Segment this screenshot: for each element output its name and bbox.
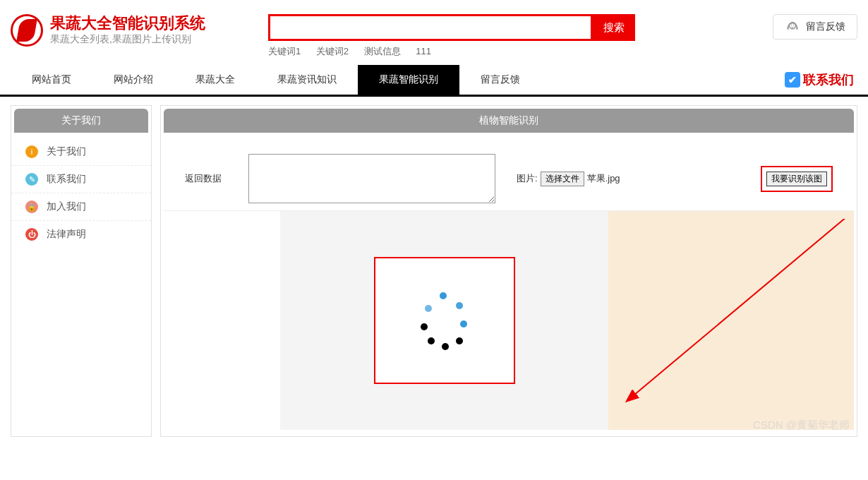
contact-label: 联系我们 bbox=[803, 71, 854, 88]
keyword-link[interactable]: 关键词1 bbox=[268, 46, 301, 56]
recognize-highlight: 我要识别该图 bbox=[761, 166, 833, 192]
sidebar-item-join[interactable]: 🔒 加入我们 bbox=[11, 193, 151, 221]
nav-about[interactable]: 网站介绍 bbox=[92, 65, 174, 95]
contact-us-link[interactable]: ✔ 联系我们 bbox=[785, 65, 857, 95]
nav-feedback[interactable]: 留言反馈 bbox=[459, 65, 541, 95]
content-header: 植物智能识别 bbox=[164, 109, 854, 133]
nav-all[interactable]: 果蔬大全 bbox=[174, 65, 256, 95]
search-block: 搜索 关键词1 关键词2 测试信息 111 bbox=[268, 14, 635, 58]
logo-icon bbox=[11, 14, 43, 47]
sidebar-item-label: 关于我们 bbox=[47, 145, 86, 158]
sidebar-item-label: 联系我们 bbox=[47, 173, 86, 186]
sidebar-item-about[interactable]: i 关于我们 bbox=[11, 138, 151, 166]
header: 果蔬大全智能识别系统 果蔬大全列表,果蔬图片上传识别 搜索 关键词1 关键词2 … bbox=[0, 0, 868, 65]
feedback-block: 留言反馈 bbox=[773, 14, 857, 40]
sidebar-item-legal[interactable]: ⏻ 法律声明 bbox=[11, 221, 151, 248]
return-data-label: 返回数据 bbox=[185, 172, 248, 185]
nav-home[interactable]: 网站首页 bbox=[11, 65, 92, 95]
keyword-link[interactable]: 测试信息 bbox=[364, 46, 401, 56]
sidebar-item-label: 加入我们 bbox=[47, 200, 86, 213]
main-area: 关于我们 i 关于我们 ✎ 联系我们 🔒 加入我们 ⏻ 法律声明 植物智能识别 bbox=[0, 97, 868, 445]
preview-right-panel bbox=[608, 211, 854, 430]
form-row: 返回数据 图片: 选择文件 苹果.jpg 我要识别该图 bbox=[164, 147, 854, 211]
site-title: 果蔬大全智能识别系统 bbox=[50, 14, 205, 32]
search-input[interactable] bbox=[268, 14, 593, 41]
file-name-text: 苹果.jpg bbox=[587, 172, 620, 185]
keyword-link[interactable]: 关键词2 bbox=[316, 46, 349, 56]
watermark-text: CSDN @黄菊华老师 bbox=[753, 419, 850, 432]
recognize-button[interactable]: 我要识别该图 bbox=[766, 172, 827, 186]
logo-block: 果蔬大全智能识别系统 果蔬大全列表,果蔬图片上传识别 bbox=[11, 14, 268, 47]
headset-icon bbox=[785, 19, 800, 35]
preview-area bbox=[164, 211, 854, 430]
info-icon: i bbox=[25, 145, 38, 158]
power-icon: ⏻ bbox=[25, 228, 38, 241]
svg-point-1 bbox=[790, 25, 791, 25]
nav-news[interactable]: 果蔬资讯知识 bbox=[256, 65, 358, 95]
site-subtitle: 果蔬大全列表,果蔬图片上传识别 bbox=[50, 32, 205, 47]
sidebar-item-contact[interactable]: ✎ 联系我们 bbox=[11, 166, 151, 193]
loading-spinner-icon bbox=[416, 292, 473, 349]
feedback-button[interactable]: 留言反馈 bbox=[773, 14, 857, 40]
keyword-row: 关键词1 关键词2 测试信息 111 bbox=[268, 45, 635, 58]
nav-recognize[interactable]: 果蔬智能识别 bbox=[358, 65, 459, 95]
preview-left-panel bbox=[280, 211, 608, 430]
sidebar-item-label: 法律声明 bbox=[47, 228, 86, 241]
sidebar: 关于我们 i 关于我们 ✎ 联系我们 🔒 加入我们 ⏻ 法律声明 bbox=[11, 105, 152, 437]
choose-file-button[interactable]: 选择文件 bbox=[541, 172, 584, 186]
svg-point-2 bbox=[793, 25, 794, 25]
sidebar-header: 关于我们 bbox=[14, 109, 148, 133]
loading-spinner-box bbox=[374, 257, 515, 384]
file-block: 图片: 选择文件 苹果.jpg bbox=[517, 172, 620, 186]
contact-icon: ✎ bbox=[25, 173, 38, 186]
return-data-textarea[interactable] bbox=[248, 154, 495, 203]
search-button[interactable]: 搜索 bbox=[593, 14, 635, 41]
main-nav: 网站首页 网站介绍 果蔬大全 果蔬资讯知识 果蔬智能识别 留言反馈 ✔ 联系我们 bbox=[0, 65, 868, 97]
keyword-link[interactable]: 111 bbox=[416, 46, 431, 56]
image-label: 图片: bbox=[517, 172, 538, 185]
content-panel: 植物智能识别 返回数据 图片: 选择文件 苹果.jpg 我要识别该图 bbox=[160, 105, 857, 437]
contact-icon: ✔ bbox=[785, 72, 800, 88]
feedback-label: 留言反馈 bbox=[806, 20, 845, 33]
lock-icon: 🔒 bbox=[25, 200, 38, 213]
